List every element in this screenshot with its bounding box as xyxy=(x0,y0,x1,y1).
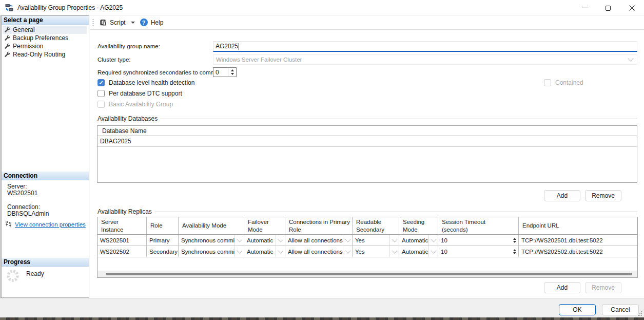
sidebar-item-label: Permission xyxy=(13,43,43,50)
ok-button[interactable]: OK xyxy=(559,304,596,315)
toolbar: Script ? Help xyxy=(90,15,644,30)
databases-remove-button[interactable]: Remove xyxy=(585,190,621,201)
horizontal-scrollbar-thumb[interactable] xyxy=(106,273,632,275)
wrench-icon xyxy=(4,43,10,49)
availability-mode-select[interactable]: Synchronous commit xyxy=(179,246,244,257)
col-endpoint-url: Endpoint URL xyxy=(519,217,637,234)
session-timeout-stepper[interactable]: 10 xyxy=(438,235,519,246)
connections-primary-role-select[interactable]: Allow all connections xyxy=(285,246,353,257)
header-line: (seconds) xyxy=(442,226,518,233)
group-divider xyxy=(160,119,637,119)
close-button[interactable] xyxy=(620,1,643,15)
dropdown-button[interactable] xyxy=(428,246,438,257)
view-connection-properties-link[interactable]: View connection properties xyxy=(15,221,86,228)
stepper-down-icon[interactable] xyxy=(231,73,234,75)
script-dropdown-caret-icon[interactable] xyxy=(131,22,135,24)
dropdown-button[interactable] xyxy=(428,235,438,246)
database-row[interactable]: DBAG2025 xyxy=(97,136,637,147)
dtc-support-row: Per database DTC support xyxy=(97,90,182,97)
databases-add-button[interactable]: Add xyxy=(544,190,580,201)
failover-mode-select[interactable]: Automatic xyxy=(244,235,285,246)
readable-secondary-select[interactable]: Yes xyxy=(353,246,399,257)
endpoint-url-cell[interactable]: TCP://WS202502.dbi.test:5022 xyxy=(519,246,637,257)
script-icon xyxy=(99,18,107,26)
stepper-up-icon[interactable] xyxy=(513,238,516,240)
dropdown-button[interactable] xyxy=(343,235,352,246)
window-controls xyxy=(573,1,643,15)
sidebar-item-permission[interactable]: Permission xyxy=(3,42,87,50)
window-title: Availability Group Properties - AG2025 xyxy=(17,4,123,11)
ag-name-label: Availability group name: xyxy=(97,43,160,49)
progress-header: Progress xyxy=(2,258,89,267)
chevron-down-icon xyxy=(392,248,397,253)
stepper-arrows xyxy=(511,235,518,246)
chevron-down-icon xyxy=(431,248,436,253)
failover-mode-select[interactable]: Automatic xyxy=(244,246,285,257)
failover-mode-value: Automatic xyxy=(244,249,276,255)
connection-header: Connection xyxy=(2,172,89,180)
chevron-down-icon xyxy=(278,248,283,253)
col-session-timeout: Session Timeout (seconds) xyxy=(438,217,519,234)
availability-mode-select[interactable]: Synchronous commit xyxy=(179,235,244,246)
maximize-icon xyxy=(606,6,611,11)
health-detection-row: ✓ Database level health detection xyxy=(97,79,194,86)
sidebar-item-general[interactable]: General xyxy=(3,26,87,34)
availability-databases-table: Database Name DBAG2025 xyxy=(97,125,637,183)
sidebar-item-backup-preferences[interactable]: Backup Preferences xyxy=(3,34,87,42)
dropdown-button[interactable] xyxy=(389,246,399,257)
sidebar-item-read-only-routing[interactable]: Read-Only Routing xyxy=(3,50,87,59)
cancel-button[interactable]: Cancel xyxy=(602,304,639,315)
replica-row-ws202502: WS202502 Secondary Synchronous commit Au… xyxy=(97,246,637,257)
header-line: Failover xyxy=(248,218,285,225)
col-server-instance: Server Instance xyxy=(97,217,147,234)
stepper-down-icon[interactable] xyxy=(513,252,516,254)
dtc-support-checkbox[interactable] xyxy=(97,90,105,97)
dropdown-button[interactable] xyxy=(276,246,285,257)
minimize-icon xyxy=(582,5,588,11)
availability-group-icon xyxy=(5,4,13,12)
dropdown-button[interactable] xyxy=(343,246,352,257)
contained-checkbox xyxy=(544,79,551,86)
header-line: Endpoint URL xyxy=(522,222,637,229)
dropdown-button[interactable] xyxy=(389,235,399,246)
contained-label: Contained xyxy=(555,79,583,86)
role-cell: Secondary xyxy=(147,246,179,257)
minimize-button[interactable] xyxy=(573,1,596,15)
wrench-icon xyxy=(4,35,10,41)
sidebar: Select a page General Backup Preferences… xyxy=(1,15,89,298)
replicas-header-row: Server Instance Role Availability Mode F… xyxy=(97,217,637,235)
header-line: Connections in Primary xyxy=(289,218,352,225)
maximize-button[interactable] xyxy=(596,1,620,15)
availability-databases-group-label: Availability Databases xyxy=(97,115,158,122)
resize-grip[interactable] xyxy=(638,311,642,316)
ag-name-input[interactable]: AG2025 xyxy=(213,41,637,52)
cluster-type-label: Cluster type: xyxy=(97,57,131,63)
dropdown-button[interactable] xyxy=(235,246,244,257)
required-secondaries-stepper[interactable]: 0 xyxy=(213,67,237,77)
horizontal-scrollbar[interactable] xyxy=(97,271,637,277)
seeding-mode-select[interactable]: Automatic xyxy=(399,246,438,257)
script-button[interactable]: Script xyxy=(99,18,135,26)
database-name-column-header: Database Name xyxy=(97,126,637,136)
help-button-label: Help xyxy=(151,19,164,26)
session-timeout-stepper[interactable]: 10 xyxy=(438,246,519,257)
replicas-add-button[interactable]: Add xyxy=(544,282,580,293)
readable-secondary-select[interactable]: Yes xyxy=(353,235,399,246)
col-role: Role xyxy=(147,217,179,234)
background-window-strip xyxy=(0,317,644,320)
session-timeout-value: 10 xyxy=(438,237,511,243)
chevron-down-icon xyxy=(237,248,242,253)
ag-name-value: AG2025 xyxy=(216,43,238,50)
health-detection-checkbox[interactable]: ✓ xyxy=(97,79,105,86)
stepper-down-icon[interactable] xyxy=(513,241,516,243)
help-button[interactable]: ? Help xyxy=(140,18,164,26)
seeding-mode-select[interactable]: Automatic xyxy=(399,235,438,246)
chevron-down-icon xyxy=(345,248,350,253)
dropdown-button[interactable] xyxy=(276,235,285,246)
endpoint-url-cell[interactable]: TCP://WS202501.dbi.test:5022 xyxy=(519,235,637,246)
stepper-up-icon[interactable] xyxy=(231,69,234,71)
failover-mode-value: Automatic xyxy=(244,237,276,243)
dropdown-button[interactable] xyxy=(235,235,244,246)
connections-primary-role-select[interactable]: Allow all connections xyxy=(285,235,353,246)
stepper-up-icon[interactable] xyxy=(513,249,516,251)
